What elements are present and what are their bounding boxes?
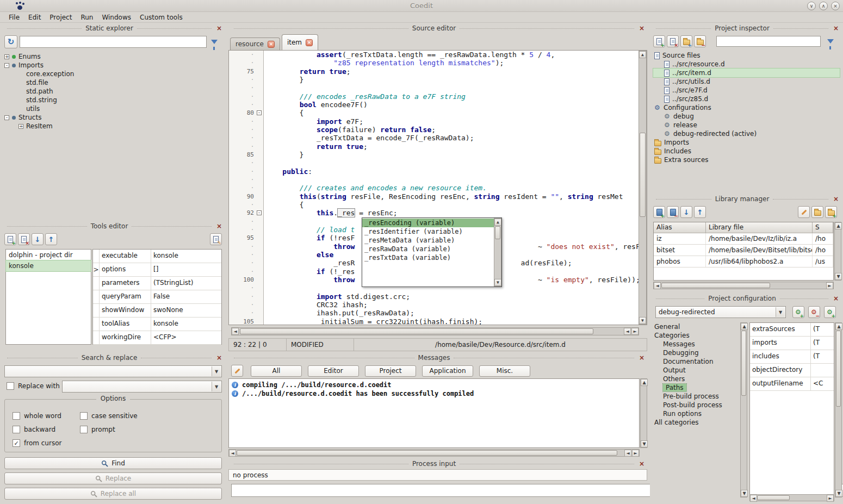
chevron-down-icon[interactable]: ▼ <box>212 366 221 376</box>
scroll-up-icon[interactable]: ▲ <box>639 51 646 58</box>
scroll-down-ic[interactable]: ▼ <box>494 279 501 286</box>
inspector-item[interactable]: ⚙debug-redirected (active) <box>653 129 840 138</box>
scroll-down-icon[interactable]: ▼ <box>741 490 748 497</box>
expand-icon[interactable]: + <box>4 54 9 59</box>
scroll-down-icon[interactable]: ▼ <box>639 317 646 324</box>
panel-close-icon[interactable]: × <box>638 24 646 32</box>
configuration-category[interactable]: Documentation <box>653 357 739 366</box>
editor-vertical-scrollbar[interactable]: ▲ ▼ <box>639 51 647 325</box>
add-tool-button[interactable]: + <box>4 233 16 245</box>
table-row[interactable]: iz/home/basile/Dev/Iz/lib/iz.a/ho <box>654 233 833 245</box>
inspector-item[interactable]: ../src/resource.d <box>653 60 840 69</box>
panel-close-icon[interactable]: × <box>215 354 223 362</box>
tree-item[interactable]: -Imports <box>3 61 223 70</box>
scroll-up-icon[interactable]: ▲ <box>494 219 501 226</box>
add-folder-button[interactable]: + <box>680 35 692 47</box>
clone-configuration-button[interactable]: ⚙+ <box>824 306 836 318</box>
property-row[interactable]: includes(T <box>750 350 834 364</box>
property-row[interactable]: showWindowswoNone <box>93 304 221 318</box>
remove-source-button[interactable]: × <box>667 35 679 47</box>
configuration-selector[interactable]: debug-redirected ▼ <box>655 306 786 318</box>
panel-close-icon[interactable]: × <box>638 354 646 362</box>
scroll-left-icon[interactable]: ◄ <box>624 328 631 335</box>
panel-close-icon[interactable]: × <box>832 295 840 302</box>
message-list[interactable]: icompiling /.../build/resource.d.coediti… <box>228 378 640 448</box>
column-header[interactable]: Library file <box>706 222 813 233</box>
remove-folder-button[interactable]: − <box>694 35 706 47</box>
code-line[interactable]: { <box>265 201 639 209</box>
editor-tab-resource[interactable]: resource× <box>230 38 280 50</box>
table-row[interactable]: bitset/home/basile/Dev/Bitset/lib/bitse/… <box>654 245 833 256</box>
categories-vertical-scrollbar[interactable]: ▲ ▼ <box>740 322 747 497</box>
code-line[interactable]: } <box>265 151 639 159</box>
property-row[interactable]: >options[] <box>93 263 221 277</box>
code-line[interactable]: "z85 representation length mismatches"); <box>265 59 639 67</box>
tree-item[interactable]: std.string <box>3 96 223 104</box>
code-line[interactable]: public: <box>265 167 639 176</box>
scroll-up-icon[interactable]: ▲ <box>641 379 648 386</box>
completion-item[interactable]: _resEncoding (variable) <box>362 219 494 227</box>
open-library-file-button[interactable] <box>811 206 823 218</box>
code-line[interactable]: import std.digest.crc; <box>265 293 639 301</box>
menu-custom-tools[interactable]: Custom tools <box>135 13 187 22</box>
menu-windows[interactable]: Windows <box>97 13 135 22</box>
checkbox-whole-word[interactable]: whole word <box>13 412 61 420</box>
inspector-item[interactable]: ../src/z85.d <box>653 95 840 103</box>
remove-tool-button[interactable]: × <box>18 233 30 245</box>
property-row[interactable]: objectDirectory <box>750 364 834 377</box>
code-line[interactable]: return true; <box>265 142 639 151</box>
refresh-button[interactable]: ↻ <box>4 35 17 48</box>
inspector-item[interactable]: ../src/item.d <box>653 69 840 77</box>
code-line[interactable]: bool encodee7F() <box>265 101 639 109</box>
configuration-category[interactable]: Pre-build process <box>653 392 739 401</box>
filter-button-all[interactable]: All <box>251 365 302 377</box>
search-term-combo[interactable]: ▼ <box>4 365 222 377</box>
inspector-item[interactable]: Source files <box>653 51 840 60</box>
tree-item[interactable]: +ResItem <box>3 122 223 130</box>
find-button[interactable]: Find <box>4 457 222 469</box>
inspector-item[interactable]: ⚙debug <box>653 112 840 121</box>
static-explorer-search-input[interactable] <box>20 36 207 48</box>
property-row[interactable]: extraSources(T <box>750 323 834 337</box>
tool-list-item[interactable]: konsole <box>6 260 91 271</box>
scroll-up-icon[interactable]: ▲ <box>741 323 748 330</box>
tool-list-item[interactable]: dolphin - project dir <box>6 250 91 260</box>
configuration-category[interactable]: All categories <box>653 418 739 427</box>
collapse-icon[interactable]: - <box>4 63 9 68</box>
library-vertical-scrollbar[interactable]: ▲ ▼ <box>834 222 841 281</box>
add-source-button[interactable]: + <box>653 35 665 47</box>
remove-configuration-button[interactable]: ⚙− <box>808 306 820 318</box>
property-row[interactable]: executablekonsole <box>93 250 221 263</box>
property-row[interactable]: queryParamFalse <box>93 290 221 304</box>
remove-library-button[interactable]: − <box>667 206 679 218</box>
property-value[interactable]: swoNone <box>151 304 221 317</box>
property-value[interactable]: (T <box>811 337 834 350</box>
completion-item[interactable]: _resTxtData (variable) <box>362 253 494 262</box>
message-row[interactable]: i/.../build/resource.d.coedit has been s… <box>229 389 639 398</box>
scroll-left-icon[interactable]: ◄ <box>654 282 661 289</box>
scroll-left-icon[interactable]: ◄ <box>229 450 236 457</box>
chevron-down-icon[interactable]: ▼ <box>212 382 221 391</box>
code-line[interactable]: } <box>265 76 639 84</box>
code-line[interactable]: this(string resFile, ResEncoding resEnc,… <box>265 192 639 201</box>
code-line[interactable] <box>265 176 639 184</box>
code-line[interactable]: assert(_resTxtData.length == _resRawData… <box>265 51 639 59</box>
property-row[interactable]: parameters(TStringList) <box>93 277 221 290</box>
code-line[interactable]: import e7F; <box>265 117 639 126</box>
completion-item[interactable]: _resRawData (variable) <box>362 245 494 253</box>
inspector-item[interactable]: ../src/e7F.d <box>653 86 840 95</box>
edit-library-button[interactable] <box>798 206 810 218</box>
menu-run[interactable]: Run <box>76 13 97 22</box>
property-value[interactable]: (TStringList) <box>151 277 221 290</box>
tab-close-icon[interactable]: × <box>268 41 275 48</box>
menu-edit[interactable]: Edit <box>24 13 45 22</box>
scroll-right-icon[interactable]: ► <box>631 328 639 335</box>
property-value[interactable]: konsole <box>151 250 221 263</box>
menu-project[interactable]: Project <box>45 13 76 22</box>
property-row[interactable]: outputFilename<C <box>750 377 834 391</box>
edit-tool-button[interactable]: ✎ <box>210 233 222 245</box>
fold-collapse-icon[interactable]: - <box>257 210 262 215</box>
expand-icon[interactable]: + <box>18 124 23 129</box>
chevron-down-icon[interactable]: ▼ <box>776 307 785 317</box>
scroll-left-icon[interactable]: ◄ <box>750 495 757 502</box>
